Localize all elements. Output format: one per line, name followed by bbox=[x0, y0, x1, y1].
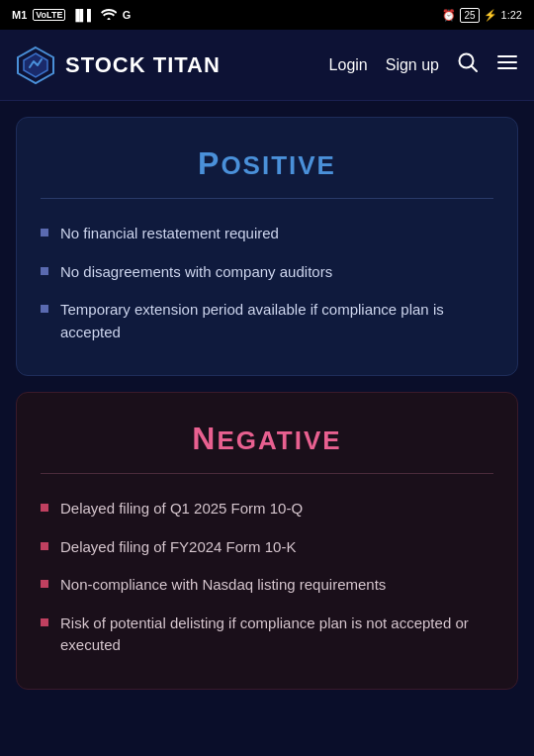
bullet-marker bbox=[41, 229, 48, 236]
signup-link[interactable]: Sign up bbox=[386, 56, 439, 74]
svg-marker-1 bbox=[24, 53, 47, 77]
positive-divider bbox=[41, 198, 493, 199]
list-item: Risk of potential delisting if complianc… bbox=[41, 613, 493, 657]
main-content: POSITIVE No financial restatement requir… bbox=[0, 101, 534, 706]
negative-divider bbox=[41, 473, 493, 474]
bullet-marker bbox=[41, 504, 48, 512]
negative-item-3: Non-compliance with Nasdaq listing requi… bbox=[60, 574, 386, 597]
list-item: Temporary extension period available if … bbox=[41, 299, 493, 343]
brand: STOCK TITAN bbox=[16, 46, 221, 85]
list-item: Non-compliance with Nasdaq listing requi… bbox=[41, 574, 493, 597]
negative-item-1: Delayed filing of Q1 2025 Form 10-Q bbox=[60, 498, 303, 520]
bullet-marker bbox=[41, 618, 48, 626]
negative-list: Delayed filing of Q1 2025 Form 10-Q Dela… bbox=[41, 498, 493, 657]
bullet-marker bbox=[41, 580, 48, 588]
positive-item-2: No disagreements with company auditors bbox=[60, 261, 332, 284]
navbar-actions: Login Sign up bbox=[329, 51, 518, 78]
positive-card: POSITIVE No financial restatement requir… bbox=[16, 117, 518, 376]
positive-item-1: No financial restatement required bbox=[60, 223, 279, 245]
list-item: No disagreements with company auditors bbox=[41, 261, 493, 284]
login-link[interactable]: Login bbox=[329, 56, 368, 74]
wifi-icon bbox=[101, 8, 117, 22]
bullet-marker bbox=[41, 542, 48, 550]
volte-badge: VoLTE bbox=[33, 9, 65, 21]
battery-icon: 25 bbox=[460, 8, 479, 23]
negative-title-first: N bbox=[192, 421, 217, 456]
positive-title-first: P bbox=[198, 145, 221, 181]
positive-title-rest: OSITIVE bbox=[221, 150, 336, 180]
time-display: 1:22 bbox=[501, 9, 522, 21]
status-right: ⏰ 25 ⚡ 1:22 bbox=[442, 8, 522, 23]
negative-title: NEGATIVE bbox=[41, 421, 493, 457]
negative-title-rest: EGATIVE bbox=[217, 425, 341, 455]
bullet-marker bbox=[41, 267, 48, 275]
positive-title: POSITIVE bbox=[41, 145, 493, 182]
search-icon[interactable] bbox=[457, 51, 479, 78]
list-item: Delayed filing of Q1 2025 Form 10-Q bbox=[41, 498, 493, 520]
list-item: Delayed filing of FY2024 Form 10-K bbox=[41, 536, 493, 559]
bullet-marker bbox=[41, 305, 48, 313]
negative-item-2: Delayed filing of FY2024 Form 10-K bbox=[60, 536, 296, 559]
status-bar: M1 VoLTE ▐▌▌ G ⏰ 25 ⚡ 1:22 bbox=[0, 0, 534, 30]
status-left: M1 VoLTE ▐▌▌ G bbox=[12, 8, 131, 22]
negative-item-4: Risk of potential delisting if complianc… bbox=[60, 613, 493, 657]
signal-icon: ▐▌▌ bbox=[71, 9, 94, 21]
navbar: STOCK TITAN Login Sign up bbox=[0, 30, 534, 101]
brand-name: STOCK TITAN bbox=[65, 52, 221, 78]
brand-logo bbox=[16, 46, 55, 85]
positive-item-3: Temporary extension period available if … bbox=[60, 299, 493, 343]
alarm-icon: ⏰ bbox=[442, 9, 456, 22]
network-label: G bbox=[123, 9, 132, 21]
charging-icon: ⚡ bbox=[484, 9, 497, 22]
svg-line-3 bbox=[472, 66, 478, 72]
carrier-label: M1 bbox=[12, 9, 27, 21]
list-item: No financial restatement required bbox=[41, 223, 493, 245]
negative-card: NEGATIVE Delayed filing of Q1 2025 Form … bbox=[16, 392, 518, 690]
menu-icon[interactable] bbox=[496, 51, 518, 78]
positive-list: No financial restatement required No dis… bbox=[41, 223, 493, 343]
